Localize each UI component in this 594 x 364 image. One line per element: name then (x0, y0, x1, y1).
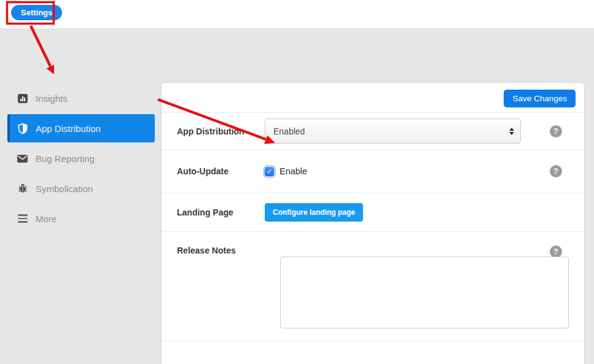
auto-update-row: Auto-Update ✓ Enable ? (162, 150, 584, 193)
panel-footer (162, 341, 584, 364)
auto-update-checkbox[interactable]: ✓ (265, 167, 274, 176)
sidebar: Insights App Distribution Bug Reporting (7, 83, 155, 233)
help-icon[interactable]: ? (550, 165, 562, 177)
sidebar-item-app-distribution[interactable]: App Distribution (7, 114, 155, 142)
sidebar-item-label: More (36, 214, 57, 224)
help-icon[interactable]: ? (550, 246, 562, 258)
bug-icon (17, 184, 28, 194)
configure-landing-page-button[interactable]: Configure landing page (265, 203, 363, 222)
settings-button[interactable]: Settings (11, 5, 62, 20)
page-background: Insights App Distribution Bug Reporting (0, 28, 594, 364)
app-distribution-label: App Distribution (162, 126, 265, 136)
save-changes-button[interactable]: Save Changes (504, 90, 576, 107)
select-stepper-icon (509, 128, 514, 135)
panel-header: Save Changes (162, 83, 584, 113)
sidebar-item-insights[interactable]: Insights (7, 83, 155, 113)
release-notes-label: Release Notes (162, 246, 265, 255)
top-bar: Settings (0, 0, 594, 28)
sidebar-item-more[interactable]: More (7, 204, 155, 233)
app-distribution-row: App Distribution Enabled ? (162, 113, 584, 150)
settings-panel: Save Changes App Distribution Enabled ? … (161, 82, 585, 364)
sidebar-item-label: Insights (36, 93, 68, 104)
auto-update-checkbox-label: Enable (279, 166, 307, 176)
menu-icon (17, 214, 28, 224)
sidebar-item-label: Bug Reporting (36, 153, 95, 164)
auto-update-label: Auto-Update (162, 166, 265, 176)
sidebar-item-label: Symbolication (36, 184, 93, 194)
release-notes-textarea[interactable] (280, 257, 569, 328)
help-icon[interactable]: ? (550, 125, 562, 137)
landing-page-label: Landing Page (162, 207, 265, 217)
app-distribution-select[interactable]: Enabled (265, 118, 521, 144)
checkmark-icon: ✓ (267, 168, 272, 176)
bar-chart-icon (17, 93, 28, 104)
sidebar-item-label: App Distribution (36, 123, 101, 134)
sidebar-item-bug-reporting[interactable]: Bug Reporting (7, 144, 155, 173)
sidebar-item-symbolication[interactable]: Symbolication (7, 174, 155, 203)
app-distribution-select-value: Enabled (273, 126, 305, 136)
shield-icon (17, 123, 28, 134)
landing-page-row: Landing Page Configure landing page (162, 193, 584, 232)
envelope-icon (17, 153, 28, 164)
release-notes-row: Release Notes ? (162, 232, 584, 341)
